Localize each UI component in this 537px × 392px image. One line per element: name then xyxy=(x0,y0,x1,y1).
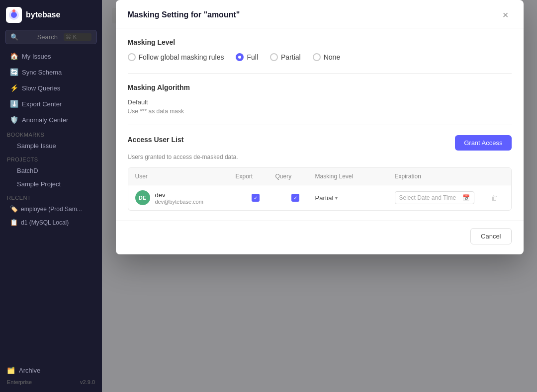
access-description: Users granted to access de-masked data. xyxy=(128,154,512,160)
sidebar: bytebase 🔍 Search ⌘ K 🏠 My Issues 🔄 Sync… xyxy=(0,0,102,392)
sidebar-item-anomaly-center[interactable]: 🛡️ Anomaly Center xyxy=(3,112,99,127)
sidebar-item-label: Export Center xyxy=(22,100,62,108)
cancel-button[interactable]: Cancel xyxy=(470,228,511,244)
recent-section-label: Recent xyxy=(0,191,102,202)
sidebar-item-sync-schema[interactable]: 🔄 Sync Schema xyxy=(3,65,99,79)
sidebar-item-sample-issue[interactable]: Sample Issue xyxy=(3,140,99,152)
col-header-user: User xyxy=(135,173,236,180)
home-icon: 🏠 xyxy=(10,52,18,60)
radio-partial[interactable]: Partial xyxy=(270,53,301,61)
export-icon: ⬇️ xyxy=(10,100,18,108)
main-content: Table Masking Setting for "amount" × Mas… xyxy=(102,0,537,392)
sidebar-item-slow-queries[interactable]: ⚡ Slow Queries xyxy=(3,80,99,95)
divider-2 xyxy=(128,125,512,125)
radio-follow-global[interactable]: Follow global masking rules xyxy=(128,53,224,61)
user-info: dev dev@bytebase.com xyxy=(155,191,203,205)
modal-title: Masking Setting for "amount" xyxy=(128,10,240,19)
col-header-masking-level: Masking Level xyxy=(315,173,395,180)
radio-label-full: Full xyxy=(247,53,258,61)
algorithm-name: Default xyxy=(128,98,512,106)
radio-label-partial: Partial xyxy=(281,53,301,61)
enterprise-info: Enterprise v2.9.0 xyxy=(7,377,95,387)
radio-circle-partial xyxy=(270,53,278,61)
radio-full[interactable]: Full xyxy=(236,53,258,61)
sidebar-bottom: 🗂️ Archive Enterprise v2.9.0 xyxy=(0,359,102,392)
search-icon: 🔍 xyxy=(10,33,34,41)
access-section-title: Access User List xyxy=(128,136,184,144)
projects-section-label: Projects xyxy=(0,153,102,164)
close-button[interactable]: × xyxy=(500,9,512,21)
access-user-table: User Export Query Masking Level Expirati… xyxy=(128,167,512,211)
archive-label: Archive xyxy=(19,367,40,374)
sidebar-logo: bytebase xyxy=(0,0,102,30)
bookmarks-section-label: Bookmarks xyxy=(0,128,102,139)
sidebar-item-label: My Issues xyxy=(22,53,51,60)
archive-icon: 🗂️ xyxy=(7,367,15,374)
sidebar-logo-text: bytebase xyxy=(26,10,60,19)
search-shortcut: ⌘ K xyxy=(64,33,91,41)
modal-header: Masking Setting for "amount" × xyxy=(116,0,524,28)
archive-item[interactable]: 🗂️ Archive xyxy=(7,364,95,377)
trash-icon: 🗑 xyxy=(491,194,498,202)
sidebar-item-label: Anomaly Center xyxy=(22,116,68,124)
table-row: DE dev dev@bytebase.com ✓ ✓ xyxy=(128,185,511,210)
modal-body: Masking Level Follow global masking rule… xyxy=(116,28,524,221)
table-header-row: User Export Query Masking Level Expirati… xyxy=(128,168,511,185)
user-name: dev xyxy=(155,191,203,199)
table-icon: 🏷️ xyxy=(10,205,18,213)
sidebar-item-label: Sync Schema xyxy=(22,69,62,76)
search-bar[interactable]: 🔍 Search ⌘ K xyxy=(5,30,97,44)
svg-point-2 xyxy=(11,12,17,18)
delete-button[interactable]: 🗑 xyxy=(484,194,504,202)
expiration-placeholder: Select Date and Time xyxy=(399,194,456,201)
radio-label-none: None xyxy=(324,53,340,61)
sidebar-item-sample-project[interactable]: Sample Project xyxy=(3,178,99,190)
col-header-actions xyxy=(484,173,504,180)
query-checkbox[interactable]: ✓ xyxy=(291,194,299,202)
avatar: DE xyxy=(135,190,150,205)
shield-icon: 🛡️ xyxy=(10,116,18,124)
recent-item-label: employee (Prod Sam... xyxy=(21,206,82,213)
grant-access-button[interactable]: Grant Access xyxy=(455,135,511,151)
algorithm-desc: Use *** as data mask xyxy=(128,108,512,115)
masking-level-title: Masking Level xyxy=(128,38,512,46)
col-header-export: Export xyxy=(236,173,275,180)
database-icon: 📋 xyxy=(10,219,18,226)
query-checkbox-cell[interactable]: ✓ xyxy=(275,194,315,202)
calendar-icon: 📅 xyxy=(462,194,470,201)
version-label: v2.9.0 xyxy=(80,379,95,385)
sidebar-item-batchd[interactable]: BatchD xyxy=(3,164,99,177)
recent-item-employee[interactable]: 🏷️ employee (Prod Sam... xyxy=(3,203,99,215)
radio-circle-none xyxy=(313,53,321,61)
enterprise-label: Enterprise xyxy=(7,379,32,385)
expiration-input[interactable]: Select Date and Time 📅 xyxy=(395,191,474,204)
search-label: Search xyxy=(37,33,61,41)
user-cell: DE dev dev@bytebase.com xyxy=(135,190,236,205)
slow-queries-icon: ⚡ xyxy=(10,84,18,92)
sidebar-item-export-center[interactable]: ⬇️ Export Center xyxy=(3,96,99,111)
user-email: dev@bytebase.com xyxy=(155,199,203,205)
export-checkbox-cell[interactable]: ✓ xyxy=(236,194,275,202)
col-header-expiration: Expiration xyxy=(395,173,484,180)
divider-1 xyxy=(128,73,512,74)
sidebar-item-label: Slow Queries xyxy=(22,84,60,92)
col-header-query: Query xyxy=(275,173,315,180)
radio-circle-full xyxy=(236,53,244,61)
chevron-down-icon: ▾ xyxy=(335,195,338,201)
modal-backdrop: Masking Setting for "amount" × Masking L… xyxy=(102,0,537,392)
masking-level-cell[interactable]: Partial ▾ xyxy=(315,194,395,202)
radio-label-follow-global: Follow global masking rules xyxy=(139,53,224,61)
sync-icon: 🔄 xyxy=(10,68,18,76)
masking-algorithm-title: Masking Algorithm xyxy=(128,83,512,91)
radio-none[interactable]: None xyxy=(313,53,340,61)
radio-circle-follow-global xyxy=(128,53,136,61)
export-checkbox[interactable]: ✓ xyxy=(252,194,260,202)
recent-item-label: d1 (MySQL Local) xyxy=(21,219,69,226)
recent-item-d1[interactable]: 📋 d1 (MySQL Local) xyxy=(3,216,99,229)
masking-level-value: Partial xyxy=(315,194,334,202)
sidebar-item-my-issues[interactable]: 🏠 My Issues xyxy=(3,49,99,64)
access-header: Access User List Grant Access xyxy=(128,135,512,151)
masking-level-radio-group: Follow global masking rules Full Partial… xyxy=(128,53,512,61)
svg-point-3 xyxy=(12,9,15,12)
bytebase-logo-icon xyxy=(6,7,22,23)
